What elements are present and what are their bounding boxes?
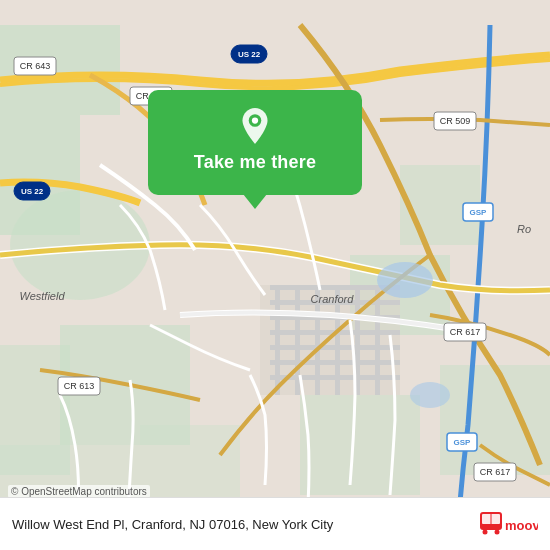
svg-text:CR 509: CR 509 [440,116,471,126]
svg-text:Cranford: Cranford [311,293,355,305]
svg-rect-8 [300,395,420,495]
svg-text:moovit: moovit [505,518,538,533]
address-text: Willow West End Pl, Cranford, NJ 07016, … [12,516,470,534]
svg-text:GSP: GSP [454,438,472,447]
moovit-logo-svg: moovit [480,508,538,542]
svg-rect-19 [275,285,280,395]
popup-label: Take me there [194,152,316,173]
bottom-bar: Willow West End Pl, Cranford, NJ 07016, … [0,497,550,550]
location-pin-icon [237,108,273,144]
take-me-there-popup[interactable]: Take me there [148,90,362,195]
svg-text:US 22: US 22 [238,50,261,59]
svg-text:CR 613: CR 613 [64,381,95,391]
moovit-logo: moovit [480,508,538,542]
svg-point-25 [377,262,433,298]
svg-text:Ro: Ro [517,223,531,235]
map-svg: CR 643 US 22 US 22 CR 577 CR 509 GSP CR … [0,0,550,550]
svg-text:US 22: US 22 [21,187,44,196]
svg-text:CR 617: CR 617 [480,467,511,477]
map-container: CR 643 US 22 US 22 CR 577 CR 509 GSP CR … [0,0,550,550]
svg-point-55 [495,530,500,535]
svg-rect-7 [440,365,550,475]
svg-text:CR 617: CR 617 [450,327,481,337]
svg-text:GSP: GSP [470,208,488,217]
svg-rect-24 [375,285,380,395]
svg-text:CR 643: CR 643 [20,61,51,71]
svg-point-51 [252,117,258,123]
svg-point-54 [483,530,488,535]
svg-text:Westfield: Westfield [19,290,65,302]
svg-point-26 [410,382,450,408]
